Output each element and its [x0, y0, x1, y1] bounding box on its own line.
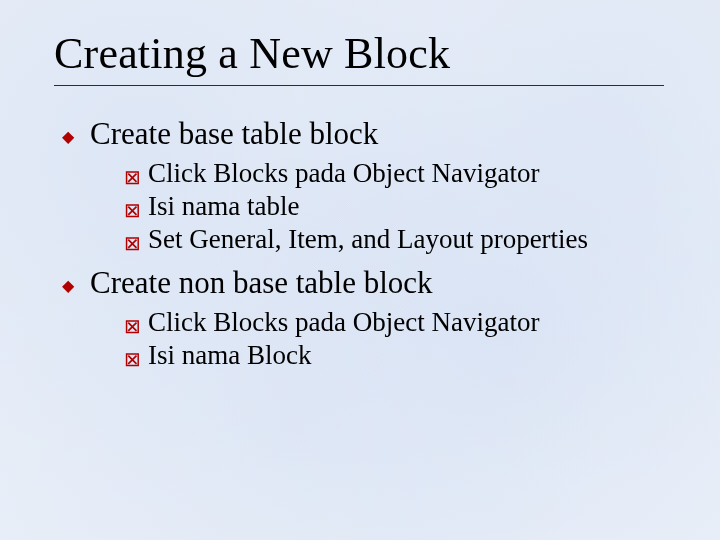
bullet-level2: ⊠ Click Blocks pada Object Navigator — [124, 307, 666, 338]
box-x-bullet-icon: ⊠ — [124, 316, 148, 336]
sub-bullet-group: ⊠ Click Blocks pada Object Navigator ⊠ I… — [124, 158, 666, 255]
sub-bullet-text: Click Blocks pada Object Navigator — [148, 158, 539, 189]
bullet-text: Create non base table block — [90, 265, 433, 301]
sub-bullet-text: Click Blocks pada Object Navigator — [148, 307, 539, 338]
slide-body: ◆ Create base table block ⊠ Click Blocks… — [54, 116, 666, 371]
bullet-level1: ◆ Create non base table block — [62, 265, 666, 301]
title-underline — [54, 85, 664, 86]
bullet-level2: ⊠ Click Blocks pada Object Navigator — [124, 158, 666, 189]
sub-bullet-text: Isi nama Block — [148, 340, 311, 371]
bullet-level2: ⊠ Isi nama Block — [124, 340, 666, 371]
sub-bullet-group: ⊠ Click Blocks pada Object Navigator ⊠ I… — [124, 307, 666, 371]
diamond-bullet-icon: ◆ — [62, 129, 90, 145]
box-x-bullet-icon: ⊠ — [124, 200, 148, 220]
bullet-text: Create base table block — [90, 116, 378, 152]
box-x-bullet-icon: ⊠ — [124, 233, 148, 253]
bullet-level2: ⊠ Isi nama table — [124, 191, 666, 222]
slide: Creating a New Block ◆ Create base table… — [0, 0, 720, 421]
diamond-bullet-icon: ◆ — [62, 278, 90, 294]
box-x-bullet-icon: ⊠ — [124, 349, 148, 369]
bullet-level2: ⊠ Set General, Item, and Layout properti… — [124, 224, 666, 255]
sub-bullet-text: Set General, Item, and Layout properties — [148, 224, 588, 255]
sub-bullet-text: Isi nama table — [148, 191, 299, 222]
bullet-level1: ◆ Create base table block — [62, 116, 666, 152]
box-x-bullet-icon: ⊠ — [124, 167, 148, 187]
slide-title: Creating a New Block — [54, 28, 666, 79]
